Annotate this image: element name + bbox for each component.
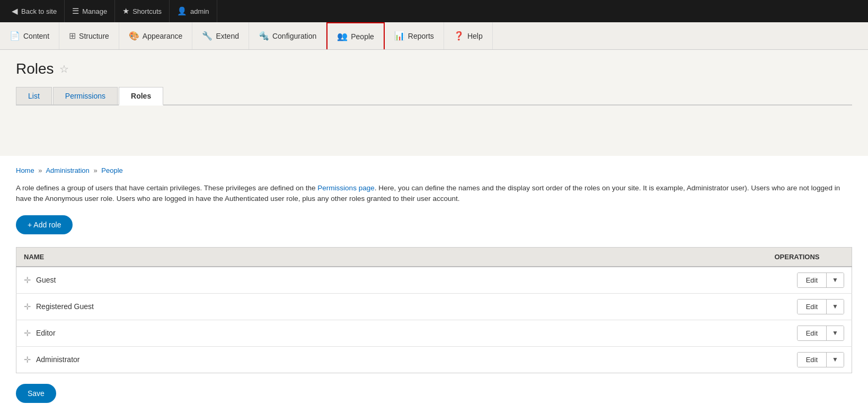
main-nav: 📄 Content ⊞ Structure 🎨 Appearance 🔧 Ext…	[0, 22, 868, 50]
reports-icon: 📊	[394, 31, 405, 41]
user-icon: 👤	[177, 6, 187, 16]
breadcrumb-people[interactable]: People	[101, 166, 122, 174]
star-icon: ★	[122, 6, 129, 16]
manage-menu[interactable]: ☰ Manage	[65, 0, 115, 22]
edit-btn-group: Edit ▼	[797, 273, 844, 288]
page-title: Roles	[16, 60, 54, 77]
nav-people[interactable]: 👥 People	[326, 22, 385, 49]
tab-roles[interactable]: Roles	[119, 87, 163, 106]
favorite-icon[interactable]: ☆	[59, 63, 69, 75]
table-row: ✛ Guest Edit ▼	[16, 267, 852, 294]
role-name-cell: ✛ Guest	[16, 267, 767, 294]
configuration-icon: 🔩	[259, 31, 269, 41]
back-to-site[interactable]: ◀ Back to site	[4, 0, 65, 22]
operations-cell: Edit ▼	[767, 346, 852, 373]
role-name: Administrator	[36, 355, 79, 364]
role-name-cell: ✛ Administrator	[16, 346, 767, 373]
shortcuts-menu[interactable]: ★ Shortcuts	[115, 0, 170, 22]
table-row: ✛ Registered Guest Edit ▼	[16, 293, 852, 320]
edit-btn-group: Edit ▼	[797, 352, 844, 367]
back-arrow-icon: ◀	[12, 6, 18, 16]
admin-bar: ◀ Back to site ☰ Manage ★ Shortcuts 👤 ad…	[0, 0, 868, 22]
tab-list[interactable]: List	[16, 87, 52, 104]
nav-structure[interactable]: ⊞ Structure	[59, 22, 119, 49]
tab-permissions[interactable]: Permissions	[53, 87, 118, 104]
edit-btn-group: Edit ▼	[797, 326, 844, 341]
edit-button[interactable]: Edit	[798, 326, 827, 340]
nav-help[interactable]: ❓ Help	[444, 22, 493, 49]
nav-content[interactable]: 📄 Content	[0, 22, 59, 49]
page-content: Roles ☆ List Permissions Roles	[0, 50, 868, 156]
edit-button[interactable]: Edit	[798, 300, 827, 314]
nav-extend[interactable]: 🔧 Extend	[192, 22, 249, 49]
extend-icon: 🔧	[202, 31, 212, 41]
page-description: A role defines a group of users that hav…	[16, 183, 852, 205]
operations-cell: Edit ▼	[767, 267, 852, 294]
save-button[interactable]: Save	[16, 384, 56, 403]
role-name: Guest	[36, 276, 56, 284]
name-column-header: NAME	[16, 247, 767, 267]
operations-cell: Edit ▼	[767, 293, 852, 320]
edit-button[interactable]: Edit	[798, 353, 827, 367]
edit-btn-group: Edit ▼	[797, 299, 844, 314]
operations-cell: Edit ▼	[767, 320, 852, 346]
role-name: Editor	[36, 329, 56, 337]
drag-handle-icon[interactable]: ✛	[24, 275, 36, 285]
role-name: Registered Guest	[36, 302, 94, 311]
drag-handle-icon[interactable]: ✛	[24, 355, 36, 365]
edit-dropdown-button[interactable]: ▼	[827, 273, 844, 287]
breadcrumb-home[interactable]: Home	[16, 166, 34, 174]
breadcrumb: Home » Administration » People	[16, 166, 852, 174]
edit-button[interactable]: Edit	[798, 273, 827, 287]
permissions-page-link[interactable]: Permissions page	[317, 184, 374, 192]
edit-dropdown-button[interactable]: ▼	[827, 326, 844, 340]
operations-column-header: OPERATIONS	[767, 247, 852, 267]
drag-handle-icon[interactable]: ✛	[24, 302, 36, 312]
edit-dropdown-button[interactable]: ▼	[827, 300, 844, 314]
table-row: ✛ Administrator Edit ▼	[16, 346, 852, 373]
admin-user[interactable]: 👤 admin	[170, 0, 217, 22]
breadcrumb-administration[interactable]: Administration	[46, 166, 89, 174]
tabs: List Permissions Roles	[16, 87, 852, 106]
appearance-icon: 🎨	[129, 31, 139, 41]
role-name-cell: ✛ Registered Guest	[16, 293, 767, 320]
content-icon: 📄	[10, 31, 20, 41]
help-icon: ❓	[454, 31, 464, 41]
roles-table: NAME OPERATIONS ✛ Guest Edit ▼ ✛ Registe…	[16, 247, 852, 373]
people-icon: 👥	[337, 31, 348, 41]
nav-appearance[interactable]: 🎨 Appearance	[119, 22, 193, 49]
add-role-button[interactable]: + Add role	[16, 215, 73, 234]
role-name-cell: ✛ Editor	[16, 320, 767, 346]
nav-configuration[interactable]: 🔩 Configuration	[249, 22, 326, 49]
edit-dropdown-button[interactable]: ▼	[827, 353, 844, 367]
structure-icon: ⊞	[69, 31, 76, 41]
nav-reports[interactable]: 📊 Reports	[385, 22, 444, 49]
table-row: ✛ Editor Edit ▼	[16, 320, 852, 346]
drag-handle-icon[interactable]: ✛	[24, 328, 36, 338]
menu-icon: ☰	[72, 6, 79, 16]
main-content: Home » Administration » People A role de…	[0, 156, 868, 413]
